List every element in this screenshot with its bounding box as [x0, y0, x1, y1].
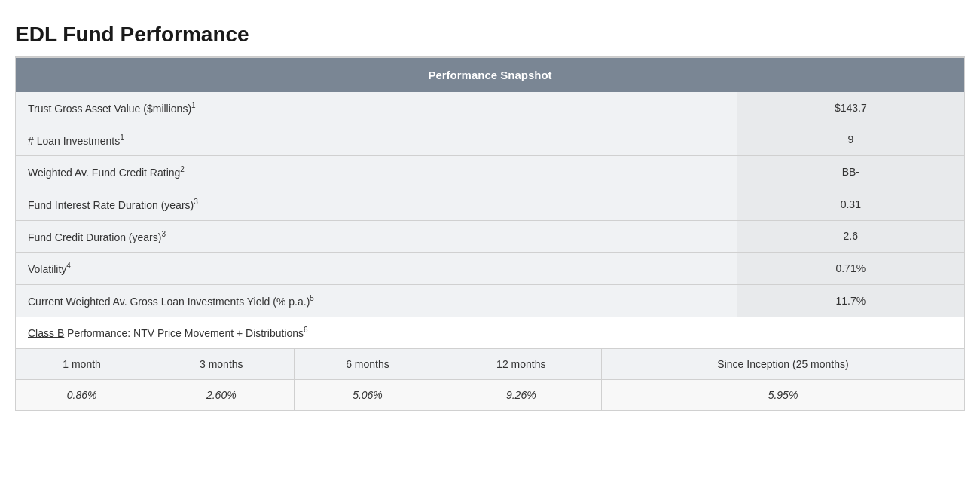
snapshot-value: $143.7 — [737, 92, 964, 124]
snapshot-label: Current Weighted Av. Gross Loan Investme… — [16, 284, 737, 316]
snapshot-value: 2.6 — [737, 220, 964, 253]
perf-col-value: 9.26% — [441, 380, 601, 411]
perf-header-row: 1 month3 months6 months12 monthsSince In… — [16, 348, 965, 411]
class-b-intro-text: Performance: NTV Price Movement + Distri… — [64, 326, 304, 338]
page-title: EDL Fund Performance — [15, 23, 965, 47]
perf-col-header: 12 months — [441, 349, 601, 380]
snapshot-label: Fund Interest Rate Duration (years)3 — [16, 188, 737, 220]
snapshot-value: 0.31 — [737, 188, 964, 220]
performance-table: Performance Snapshot Trust Gross Asset V… — [15, 57, 965, 411]
snapshot-value: 11.7% — [737, 284, 964, 316]
snapshot-row: # Loan Investments1 9 — [16, 124, 965, 156]
class-b-sup: 6 — [304, 326, 308, 334]
snapshot-row: Fund Credit Duration (years)3 2.6 — [16, 220, 965, 253]
perf-header-cols: 1 month3 months6 months12 monthsSince In… — [16, 349, 964, 380]
snapshot-label: Volatility4 — [16, 253, 737, 285]
perf-col-header: 3 months — [148, 349, 295, 380]
class-b-intro: Class B Performance: NTV Price Movement … — [16, 317, 965, 348]
snapshot-value: 9 — [737, 124, 964, 156]
snapshot-label: Weighted Av. Fund Credit Rating2 — [16, 156, 737, 188]
snapshot-label: Fund Credit Duration (years)3 — [16, 220, 737, 253]
snapshot-row: Trust Gross Asset Value ($millions)1 $14… — [16, 92, 965, 124]
snapshot-label: Trust Gross Asset Value ($millions)1 — [16, 92, 737, 124]
perf-col-value: 0.86% — [16, 380, 148, 411]
snapshot-value: BB- — [737, 156, 964, 188]
snapshot-value: 0.71% — [737, 253, 964, 285]
snapshot-row: Fund Interest Rate Duration (years)3 0.3… — [16, 188, 965, 220]
snapshot-row: Weighted Av. Fund Credit Rating2 BB- — [16, 156, 965, 188]
snapshot-row: Volatility4 0.71% — [16, 253, 965, 285]
class-b-underline-label: Class B — [28, 326, 64, 338]
snapshot-row: Current Weighted Av. Gross Loan Investme… — [16, 284, 965, 316]
perf-col-header: 1 month — [16, 349, 148, 380]
perf-col-value: 5.06% — [295, 380, 441, 411]
perf-col-value: 2.60% — [148, 380, 295, 411]
perf-col-header: Since Inception (25 months) — [602, 349, 964, 380]
snapshot-header: Performance Snapshot — [16, 58, 965, 93]
perf-col-header: 6 months — [295, 349, 441, 380]
snapshot-label: # Loan Investments1 — [16, 124, 737, 156]
perf-col-value: 5.95% — [602, 380, 964, 411]
perf-value-cols: 0.86%2.60%5.06%9.26%5.95% — [16, 380, 964, 411]
